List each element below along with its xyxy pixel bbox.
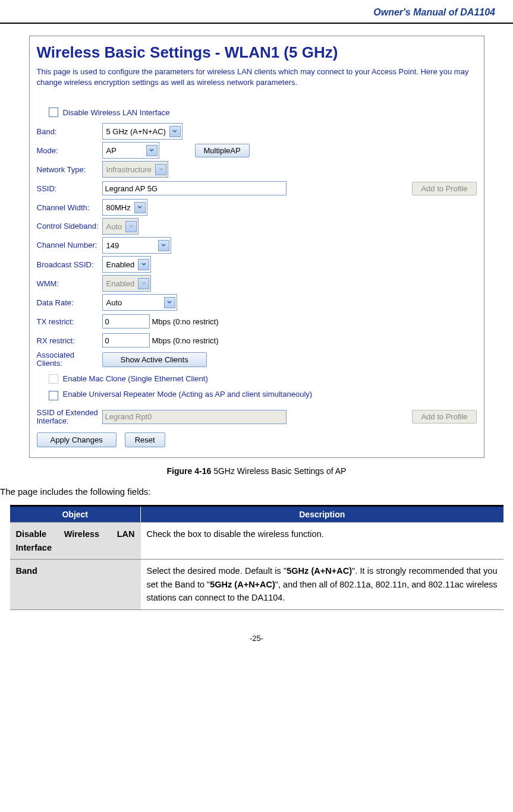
mode-label: Mode: [37,146,102,155]
datarate-select[interactable]: Auto [102,294,177,311]
repeater-checkbox[interactable] [49,391,58,400]
apply-changes-button[interactable]: Apply Changes [37,432,117,447]
chevron-down-icon [138,278,149,289]
datarate-label: Data Rate: [37,298,102,307]
chwidth-label: Channel Width: [37,203,102,212]
disable-wlan-checkbox[interactable] [49,108,58,117]
table-header-description: Description [141,506,503,523]
wmm-label: WMM: [37,279,102,288]
rx-input[interactable] [102,333,150,347]
chevron-down-icon [134,202,146,213]
sideband-select: Auto [102,218,139,235]
add-to-profile-button: Add to Profile [412,182,476,195]
nettype-select: Infrastructure [102,161,169,178]
band-label: Band: [37,127,102,136]
chevron-down-icon [169,126,181,137]
rx-label: RX restrict: [37,336,102,345]
bcast-label: Broadcast SSID: [37,260,102,269]
macclone-checkbox [49,374,58,384]
chevron-down-icon [155,164,166,175]
sideband-value: Auto [104,222,125,231]
band-value: 5 GHz (A+N+AC) [104,127,168,136]
assoc-label: Associated Clients: [37,351,102,368]
settings-screenshot: Wireless Basic Settings - WLAN1 (5 GHz) … [29,36,484,458]
description-cell: Select the desired mode. Default is "5GH… [141,560,503,609]
add-to-profile-button-2: Add to Profile [412,410,476,424]
extssid-label: SSID of Extended Interface: [37,409,102,426]
extssid-input [102,410,287,424]
chwidth-value: 80MHz [104,203,133,212]
rx-hint: Mbps (0:no restrict) [152,336,219,345]
datarate-value: Auto [104,298,163,307]
sideband-label: Control Sideband: [37,222,102,230]
bcast-value: Enabled [104,260,137,269]
tx-input[interactable] [102,314,150,328]
mode-value: AP [104,146,145,155]
macclone-label: Enable Mac Clone (Single Ethernet Client… [63,374,208,383]
table-row: BandSelect the desired mode. Default is … [10,560,503,609]
ssid-label: SSID: [37,184,102,193]
chnum-value: 149 [104,241,157,250]
page-header: Owner's Manual of DA1104 [0,0,513,24]
chevron-down-icon [138,259,149,270]
figure-text: 5GHz Wireless Basic Settings of AP [211,466,346,476]
bcast-select[interactable]: Enabled [102,256,152,273]
nettype-label: Network Type: [37,165,102,174]
reset-button[interactable]: Reset [125,432,165,447]
wmm-select: Enabled [102,275,152,292]
figure-caption: Figure 4-16 5GHz Wireless Basic Settings… [0,466,513,476]
chwidth-select[interactable]: 80MHz [102,199,147,216]
chevron-down-icon [158,240,169,251]
ssid-input[interactable] [102,181,287,195]
nettype-value: Infrastructure [104,165,155,174]
screenshot-title: Wireless Basic Settings - WLAN1 (5 GHz) [37,43,477,62]
chnum-select[interactable]: 149 [102,237,171,254]
tx-label: TX restrict: [37,317,102,326]
disable-wlan-label: Disable Wireless LAN Interface [63,108,170,117]
intro-text: The page includes the following fields: [0,486,513,497]
wmm-value: Enabled [104,279,137,288]
table-header-object: Object [10,506,141,523]
show-active-clients-button[interactable]: Show Active Clients [102,352,207,367]
object-cell: Disable Wireless LAN Interface [10,523,141,560]
description-cell: Check the box to disable the wireless fu… [141,523,503,560]
screenshot-intro: This page is used to configure the param… [37,67,477,87]
mode-select[interactable]: AP [102,142,159,159]
page-number: -25- [0,634,513,643]
chnum-label: Channel Number: [37,241,102,249]
multipleap-button[interactable]: MultipleAP [195,144,250,157]
repeater-label: Enable Universal Repeater Mode (Acting a… [63,390,325,399]
chevron-down-icon [164,297,175,308]
description-table: Object Description Disable Wireless LAN … [10,505,503,609]
figure-number: Figure 4-16 [167,466,212,476]
chevron-down-icon [146,145,158,156]
object-cell: Band [10,560,141,609]
chevron-down-icon [125,221,137,232]
table-row: Disable Wireless LAN InterfaceCheck the … [10,523,503,560]
tx-hint: Mbps (0:no restrict) [152,317,219,326]
band-select[interactable]: 5 GHz (A+N+AC) [102,123,182,140]
